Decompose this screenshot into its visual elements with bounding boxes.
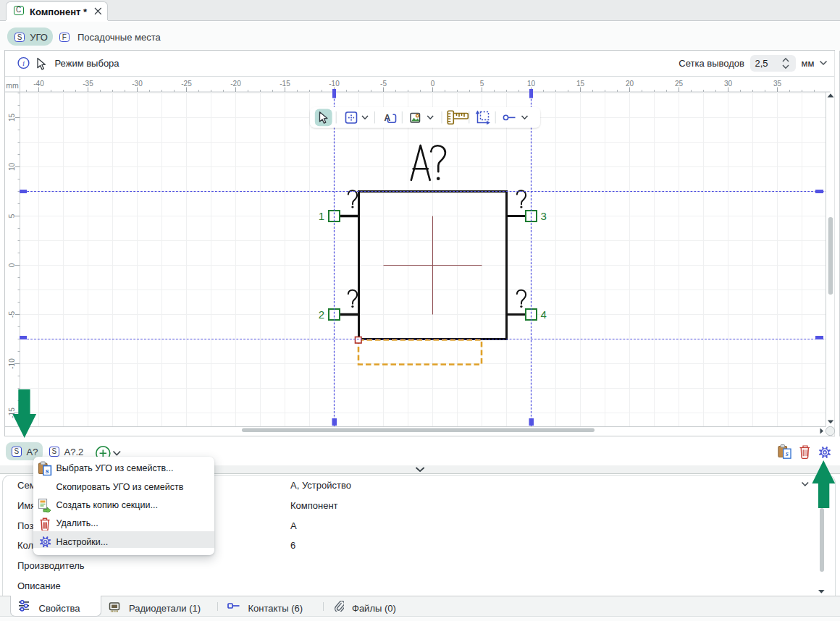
svg-text:3: 3 [541,210,547,222]
svg-text:20: 20 [626,80,634,88]
svg-text:10: 10 [527,80,536,88]
svg-text:-25: -25 [181,80,192,88]
svg-text:-30: -30 [132,80,143,88]
svg-text:s: s [785,449,789,457]
svg-text:15: 15 [8,114,16,122]
svg-text:-40: -40 [33,80,44,88]
svg-text:Сетка выводов: Сетка выводов [679,58,744,69]
svg-text:30: 30 [724,80,733,88]
svg-text:-10: -10 [329,80,340,88]
svg-text:-5: -5 [380,80,387,88]
svg-text:-20: -20 [230,80,241,88]
svg-text:-10: -10 [8,358,16,369]
svg-text:0: 0 [431,80,435,88]
svg-text:-15: -15 [280,80,290,88]
svg-text:0: 0 [8,263,16,267]
svg-text:25: 25 [675,80,684,88]
svg-text:10: 10 [8,163,16,172]
svg-text:-35: -35 [83,80,93,88]
svg-text:s: s [45,467,49,475]
svg-text:2,5: 2,5 [755,58,768,69]
svg-text:мм: мм [802,58,815,69]
svg-text:5: 5 [480,80,484,88]
svg-text:15: 15 [576,80,585,88]
svg-text:Режим выбора: Режим выбора [55,58,120,69]
svg-text:1: 1 [319,210,324,222]
svg-text:mm: mm [6,81,19,90]
svg-text:-5: -5 [8,311,16,318]
svg-text:4: 4 [541,308,547,321]
svg-text:i: i [22,59,25,67]
svg-text:2: 2 [319,308,324,321]
svg-text:5: 5 [8,214,16,218]
svg-text:35: 35 [773,80,782,88]
